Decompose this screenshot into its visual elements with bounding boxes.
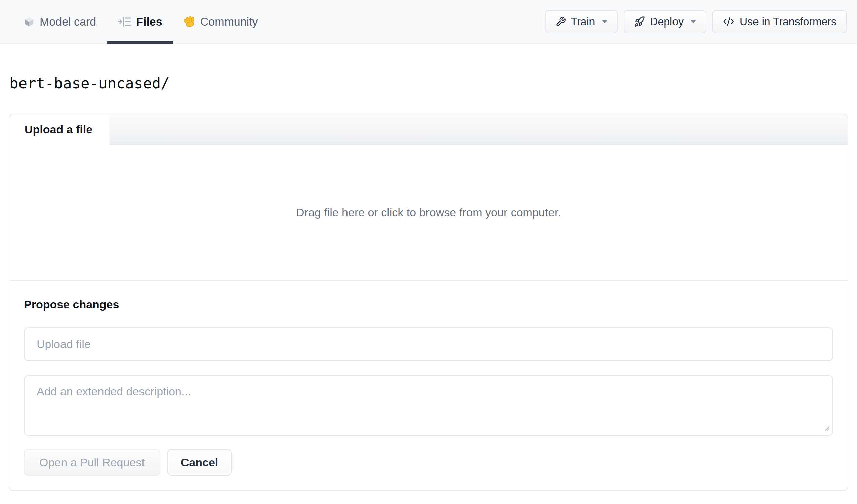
description-textarea[interactable] xyxy=(24,375,833,436)
tab-label: Community xyxy=(200,15,258,28)
resize-handle-icon[interactable] xyxy=(823,424,830,433)
chevron-down-icon xyxy=(690,20,696,23)
upload-filename-input[interactable] xyxy=(24,327,833,361)
code-icon xyxy=(723,16,735,27)
train-button[interactable]: Train xyxy=(545,10,618,33)
repo-action-buttons: Train Deploy Use in Transformers xyxy=(545,0,846,43)
tab-upload-a-file[interactable]: Upload a file xyxy=(10,114,110,145)
button-label: Use in Transformers xyxy=(740,15,837,28)
wave-icon xyxy=(184,16,195,27)
repo-path: bert-base-uncased/ xyxy=(10,75,848,92)
button-label: Train xyxy=(571,15,595,28)
repo-nav: Model card Files xyxy=(0,0,857,44)
wrench-icon xyxy=(556,16,566,27)
rocket-icon xyxy=(634,16,645,27)
dropzone-text: Drag file here or click to browse from y… xyxy=(296,206,561,219)
propose-actions: Open a Pull Request Cancel xyxy=(24,449,833,476)
cancel-button[interactable]: Cancel xyxy=(167,449,232,476)
deploy-button[interactable]: Deploy xyxy=(624,10,706,33)
tab-model-card[interactable]: Model card xyxy=(13,0,107,43)
button-label: Deploy xyxy=(650,15,684,28)
tab-label: Model card xyxy=(40,15,96,28)
tabbar-filler xyxy=(110,114,847,145)
use-in-transformers-button[interactable]: Use in Transformers xyxy=(712,10,846,33)
file-dropzone[interactable]: Drag file here or click to browse from y… xyxy=(10,145,847,281)
upload-card: Upload a file Drag file here or click to… xyxy=(9,114,848,491)
propose-changes-heading: Propose changes xyxy=(24,298,833,312)
propose-changes-section: Propose changes Open a Pull Request Canc… xyxy=(10,281,847,490)
open-pull-request-button[interactable]: Open a Pull Request xyxy=(24,449,160,476)
files-icon xyxy=(118,16,131,27)
cube-icon xyxy=(23,16,35,27)
active-tab-underline xyxy=(107,41,173,44)
description-field-wrap xyxy=(24,375,833,436)
tab-community[interactable]: Community xyxy=(173,0,269,43)
main-content: bert-base-uncased/ Upload a file Drag fi… xyxy=(0,75,857,491)
upload-card-tabbar: Upload a file xyxy=(10,114,847,145)
tab-files[interactable]: Files xyxy=(107,0,173,43)
tab-label: Files xyxy=(136,15,162,28)
chevron-down-icon xyxy=(602,20,608,23)
